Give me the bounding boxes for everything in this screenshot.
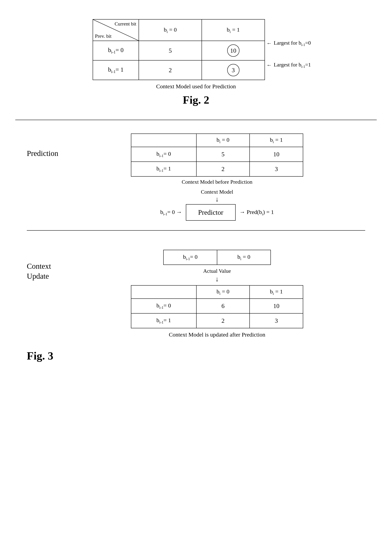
context-update-content: bi-1= 0 bi = 0 Actual Value ↓ bi = 0 [69,250,365,338]
fig3-pred-col1-header: bi = 0 [196,134,250,147]
fig2-arrow2: ← [266,62,272,68]
fig3-update-row1-col2: 10 [250,299,303,313]
fig2-annotation1-text: Largest for bi-1=0 [274,40,311,47]
fig3-pred-table: bi = 0 bi = 1 bi-1= 0 5 10 [131,134,303,177]
fig3-update-row2-label: bi-1= 1 [131,313,196,328]
actual-val-cell2: bi = 0 [217,250,271,265]
fig3-update-row2-col1: 2 [196,313,250,328]
fig3-pred-row1-label: bi-1= 0 [131,147,196,162]
prediction-row: Prediction bi = 0 bi = 1 [27,134,365,221]
fig3-section: Prediction bi = 0 bi = 1 [15,126,377,362]
fig3-update-table: bi = 0 bi = 1 bi-1= 0 6 10 [131,285,303,328]
fig3-update-row2-col2: 3 [250,313,303,328]
fig3-pred-row1-col2: 10 [250,147,303,162]
fig2-circled-3: 3 [227,64,239,76]
actual-val-cell1: bi-1= 0 [163,250,217,265]
section-divider [15,120,377,120]
fig2-section: Current bit Prev. bit bi = 0 bi = 1 bi-1… [15,19,377,114]
fig2-arrow1: ← [266,40,272,46]
context-update-row: ContextUpdate bi-1= 0 bi = 0 Actual Valu… [27,250,365,338]
fig2-current-bit-label: Current bit [115,21,136,27]
context-model-label: Context Model [201,189,233,195]
fig2-caption: Context Model used for Prediction [156,83,236,90]
actual-value-label: Actual Value [203,268,231,274]
fig2-row2-label: bi-1= 1 [93,60,139,80]
fig2-col2-header: bi = 1 [202,19,265,41]
fig2-title: Fig. 2 [183,93,209,106]
predictor-output-label: → Pred(bi) = 1 [239,209,274,216]
fig2-col1-header: bi = 0 [139,19,202,41]
fig2-annotation2-text: Largest for bi-1=1 [274,62,311,69]
fig3-bottom-caption: Context Model is updated after Predictio… [169,331,265,338]
fig2-table: Current bit Prev. bit bi = 0 bi = 1 bi-1… [93,19,265,80]
fig3-update-col1-header: bi = 0 [196,285,250,299]
predictor-box: Predictor [186,204,236,221]
down-arrow-predictor: ↓ [215,196,219,203]
fig3-pred-row1-col1: 5 [196,147,250,162]
actual-value-table: bi-1= 0 bi = 0 [163,250,271,265]
predictor-area: Context Model ↓ bi-1= 0 → Predictor → Pr… [69,189,365,221]
fig2-annotation1: ← Largest for bi-1=0 [266,40,311,47]
fig2-prev-bit-label: Prev. bit [95,33,111,39]
fig3-pred-col2-header: bi = 1 [250,134,303,147]
fig3-inner-divider [27,230,365,231]
fig2-row1-col1: 5 [139,41,202,60]
fig3-pred-row2-label: bi-1= 1 [131,162,196,176]
page: Current bit Prev. bit bi = 0 bi = 1 bi-1… [0,0,392,539]
fig3-pred-empty-header [131,134,196,147]
fig3-update-col2-header: bi = 1 [250,285,303,299]
fig2-row1-col2: 10 [202,41,265,60]
fig3-pred-table-caption: Context Model before Prediction [182,179,252,185]
fig3-pred-row2-col1: 2 [196,162,250,176]
fig2-row1-label: bi-1= 0 [93,41,139,60]
fig2-table-wrapper: Current bit Prev. bit bi = 0 bi = 1 bi-1… [81,19,311,80]
fig3-update-row1-col1: 6 [196,299,250,313]
fig2-circled-10: 10 [227,44,239,57]
prediction-label: Prediction [27,134,69,158]
prediction-content: bi = 0 bi = 1 bi-1= 0 5 10 [69,134,365,221]
fig2-annotation2: ← Largest for bi-1=1 [266,62,311,69]
fig3-pred-row2-col2: 3 [250,162,303,176]
down-arrow-actual: ↓ [215,276,219,283]
fig2-row2-col1: 2 [139,60,202,80]
context-update-label: ContextUpdate [27,250,69,281]
predictor-input-label: bi-1= 0 → [160,209,182,216]
fig3-update-empty-header [131,285,196,299]
fig3-update-row1-label: bi-1= 0 [131,299,196,313]
fig3-title: Fig. 3 [27,349,53,362]
fig2-row2-col2: 3 [202,60,265,80]
fig2-diagonal-header: Current bit Prev. bit [93,19,139,41]
predictor-row: bi-1= 0 → Predictor → Pred(bi) = 1 [160,204,274,221]
